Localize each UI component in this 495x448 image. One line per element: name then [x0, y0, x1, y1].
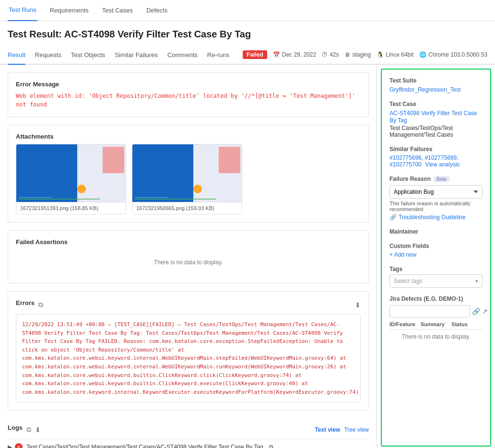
text-view-button[interactable]: Text view [315, 426, 340, 433]
failure-reason-header: Failure Reason Beta [389, 176, 483, 182]
logs-header: Logs ⧉ ⬇ Text view Tree view [8, 418, 369, 439]
error-message-text: Web element with id: 'Object Repository/… [16, 92, 361, 109]
attachment-item-1[interactable]: 1672321951393.png (158.85 KB) [16, 144, 126, 214]
attachment-label-1: 1672321951393.png (158.85 KB) [16, 202, 126, 214]
tags-section: Tags Select tags [389, 266, 483, 288]
meta-environment: 🖥 staging [344, 51, 371, 58]
attachments-title: Attachments [16, 133, 361, 140]
maintainer-label: Maintainer [389, 228, 483, 235]
attachment-label-2: 1672321950665.png (159.03 KB) [132, 202, 242, 214]
test-suite-section: Test Suite Gryffindor_Regression_Test [389, 77, 483, 93]
tree-view-button[interactable]: Tree view [344, 426, 369, 433]
main-layout: Error Message Web element with id: 'Obje… [0, 65, 495, 448]
tab-similar-failures[interactable]: Similar Failures [115, 46, 158, 65]
view-analysis-link[interactable]: View analysis [425, 161, 460, 168]
similar-failure-link-2[interactable]: #102775699 [424, 154, 457, 161]
expand-icon[interactable]: ▶ [8, 444, 12, 448]
failed-assertions-section: Failed Assertions There is no data to di… [8, 230, 369, 283]
tab-result[interactable]: Result [8, 46, 25, 65]
tags-placeholder: Select tags [394, 278, 422, 284]
errors-header: Errors ⧉ ⬇ [16, 299, 361, 310]
chrome-icon: 🌐 [419, 51, 426, 58]
jira-export-icon[interactable]: ↗ [482, 307, 488, 315]
test-case-link[interactable]: AC-ST4098 Verify Filter Test Case By Tag [389, 110, 477, 124]
logs-copy-icon[interactable]: ⧉ [26, 425, 31, 434]
link-icon: 🔗 [389, 214, 397, 221]
similar-failure-link-1[interactable]: #102775698 [389, 154, 422, 161]
jira-attach-icon[interactable]: 🔗 [472, 307, 480, 315]
failed-assertions-empty: There is no data to display. [16, 249, 361, 275]
test-case-section: Test Case AC-ST4098 Verify Filter Test C… [389, 101, 483, 138]
attachment-item-2[interactable]: 1672321950665.png (159.03 KB) [132, 144, 242, 214]
failure-reason-section: Failure Reason Beta Application Bug This… [389, 176, 483, 221]
tab-re-runs[interactable]: Re-runs [207, 46, 229, 65]
error-message-section: Error Message Web element with id: 'Obje… [8, 72, 369, 117]
failed-assertions-title: Failed Assertions [16, 238, 361, 246]
server-icon: 🖥 [344, 51, 350, 58]
errors-title: Errors [16, 299, 35, 307]
tab-requests[interactable]: Requests [35, 46, 61, 65]
view-toggle: Text view Tree view [315, 426, 369, 433]
test-case-label: Test Case [389, 101, 483, 107]
failure-reason-dropdown[interactable]: Application Bug [389, 185, 483, 199]
sub-nav-meta: Failed 📅 Dec 29, 2022 ⏱ 42s 🖥 staging 🐧 … [243, 50, 487, 59]
tags-label: Tags [389, 266, 483, 272]
copy-icon[interactable]: ⧉ [38, 301, 43, 309]
jira-defects-label: Jira Defects (E.G. DEMO-1) [389, 295, 483, 302]
jira-input[interactable] [389, 305, 470, 318]
nav-item-test-cases[interactable]: Test Cases [101, 0, 134, 21]
similar-failures-links: #102775698, #102775699, #102775700 View … [389, 154, 483, 168]
tab-test-objects[interactable]: Test Objects [71, 46, 106, 65]
similar-failures-section: Similar Failures #102775698, #102775699,… [389, 146, 483, 168]
error-dot-icon: ✕ [15, 443, 23, 448]
failure-reason-label: Failure Reason [389, 176, 431, 182]
right-panel: Test Suite Gryffindor_Regression_Test Te… [381, 69, 491, 447]
chevron-down-icon [475, 278, 478, 284]
auto-recommend-text: This failure reason is automatically rec… [389, 200, 483, 212]
beta-badge: Beta [434, 176, 449, 182]
nav-item-test-runs[interactable]: Test Runs [8, 0, 37, 21]
clock-icon: ⏱ [322, 51, 328, 58]
similar-failures-label: Similar Failures [389, 146, 483, 153]
meta-browser: 🌐 Chrome 103.0.5060.53 [419, 51, 487, 58]
test-suite-link[interactable]: Gryffindor_Regression_Test [389, 86, 461, 93]
attachment-thumb-1 [16, 144, 126, 202]
nav-item-requirements[interactable]: Requirements [49, 0, 90, 21]
attachments-section: Attachments 1672321951393.png (158.85 KB… [8, 125, 369, 223]
meta-duration: ⏱ 42s [322, 51, 339, 58]
jira-defects-section: Jira Defects (E.G. DEMO-1) 🔗 ↗ ID/Featur… [389, 295, 483, 344]
test-suite-label: Test Suite [389, 77, 483, 84]
left-panel: Error Message Web element with id: 'Obje… [0, 65, 377, 448]
top-nav: Test Runs Requirements Test Cases Defect… [0, 0, 495, 21]
meta-date: 📅 Dec 29, 2022 [273, 51, 316, 58]
jira-input-row: 🔗 ↗ [389, 305, 483, 318]
custom-fields-label: Custom Fields [389, 243, 483, 249]
add-new-button[interactable]: + Add new [389, 251, 483, 258]
jira-table-header: ID/Feature Summary Status [389, 321, 483, 330]
nav-item-defects[interactable]: Defects [145, 0, 168, 21]
log-item-end-icon: ⧉ [269, 444, 273, 448]
logs-title: Logs [8, 424, 23, 431]
logs-section: Logs ⧉ ⬇ Text view Tree view ▶ ✕ Test Ca… [8, 418, 369, 448]
tags-dropdown[interactable]: Select tags [389, 274, 483, 288]
status-badge: Failed [243, 50, 267, 59]
maintainer-section: Maintainer [389, 228, 483, 235]
errors-section: Errors ⧉ ⬇ 12/29/2022 13:51:49 +00:00 – … [8, 291, 369, 411]
sub-nav: Result Requests Test Objects Similar Fai… [0, 46, 495, 65]
jira-col-summary: Summary [421, 321, 452, 327]
logs-header-left: Logs ⧉ ⬇ [8, 424, 41, 435]
linux-icon: 🐧 [377, 51, 384, 58]
test-case-path: Test Cases/TestOps/Test Management/Test … [389, 125, 483, 138]
tab-comments[interactable]: Comments [167, 46, 198, 65]
jira-col-status: Status [451, 321, 483, 327]
jira-empty-text: There is no data to display. [389, 330, 483, 344]
jira-col-id: ID/Feature [389, 321, 421, 327]
logs-download-icon[interactable]: ⬇ [35, 426, 41, 434]
log-item-text: Test Cases/TestOps/Test Management/Test … [26, 444, 263, 448]
attachment-thumb-2 [132, 144, 242, 202]
download-icon[interactable]: ⬇ [355, 301, 361, 309]
troubleshoot-link[interactable]: 🔗 Troubleshooting Guideline [389, 214, 483, 221]
similar-failure-link-3[interactable]: #102775700 [389, 161, 422, 168]
log-item: ▶ ✕ Test Cases/TestOps/Test Management/T… [8, 439, 369, 448]
error-log: 12/29/2022 13:51:49 +00:00 – [TEST_CASE]… [16, 314, 361, 402]
